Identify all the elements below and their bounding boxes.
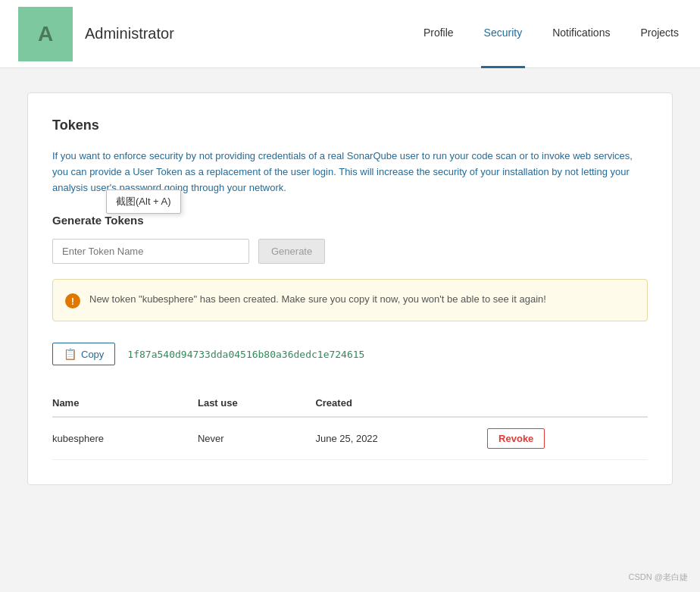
avatar: A bbox=[18, 7, 73, 61]
nav-item-projects[interactable]: Projects bbox=[637, 0, 682, 68]
table-cell-created: June 25, 2022 bbox=[315, 417, 487, 460]
table-header-created: Created bbox=[315, 390, 487, 417]
table-cell-last_use: Never bbox=[198, 417, 315, 460]
card-description: If you want to enforce security by not p… bbox=[52, 149, 648, 196]
header-title: Administrator bbox=[85, 25, 420, 42]
alert-text: New token "kubesphere" has been created.… bbox=[89, 292, 546, 307]
token-name-input[interactable] bbox=[52, 239, 249, 264]
token-value: 1f87a540d94733dda04516b80a36dedc1e724615 bbox=[127, 349, 364, 360]
header: A Administrator ProfileSecurityNotificat… bbox=[0, 0, 700, 68]
nav-item-profile[interactable]: Profile bbox=[420, 0, 457, 68]
nav: ProfileSecurityNotificationsProjects bbox=[420, 0, 682, 67]
main-content: Tokens If you want to enforce security b… bbox=[9, 68, 691, 509]
table-header-row: NameLast useCreated bbox=[52, 390, 648, 417]
table-row: kubesphereNeverJune 25, 2022Revoke bbox=[52, 417, 648, 460]
copy-button[interactable]: 📋 Copy bbox=[52, 343, 115, 365]
nav-item-notifications[interactable]: Notifications bbox=[549, 0, 613, 68]
revoke-button[interactable]: Revoke bbox=[487, 428, 545, 449]
table-header-last-use: Last use bbox=[198, 390, 315, 417]
table-cell-name: kubesphere bbox=[52, 417, 198, 460]
generate-button[interactable]: Generate bbox=[258, 239, 325, 264]
card-title: Tokens bbox=[52, 117, 648, 133]
alert-icon: ! bbox=[65, 293, 80, 309]
generate-section-title: Generate Tokens bbox=[52, 214, 648, 227]
table-header-action bbox=[487, 390, 648, 417]
table-body: kubesphereNeverJune 25, 2022Revoke bbox=[52, 417, 648, 460]
tokens-card: Tokens If you want to enforce security b… bbox=[27, 92, 673, 485]
copy-button-label: Copy bbox=[81, 349, 104, 360]
copy-row: 📋 Copy 1f87a540d94733dda04516b80a36dedc1… bbox=[52, 337, 648, 371]
generate-row: Generate bbox=[52, 239, 648, 264]
table-cell-action: Revoke bbox=[487, 417, 648, 460]
alert-box: ! New token "kubesphere" has been create… bbox=[52, 279, 648, 321]
copy-icon: 📋 bbox=[64, 348, 77, 360]
table-header-name: Name bbox=[52, 390, 198, 417]
nav-item-security[interactable]: Security bbox=[481, 0, 526, 68]
tokens-table: NameLast useCreated kubesphereNeverJune … bbox=[52, 390, 648, 460]
